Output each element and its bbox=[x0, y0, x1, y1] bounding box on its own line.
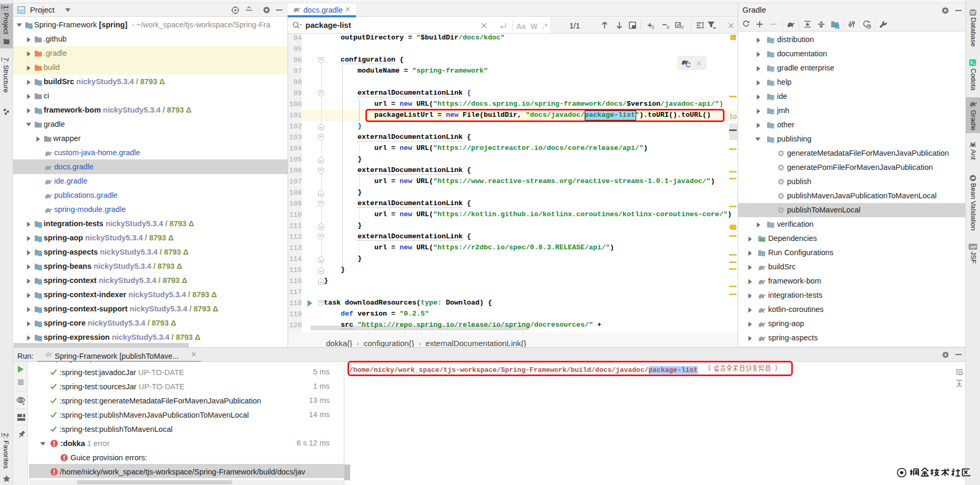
svg-text:JSF: JSF bbox=[969, 245, 977, 249]
svg-text:II: II bbox=[681, 25, 684, 29]
svg-text:II: II bbox=[651, 25, 655, 29]
svg-text:II: II bbox=[667, 25, 670, 29]
